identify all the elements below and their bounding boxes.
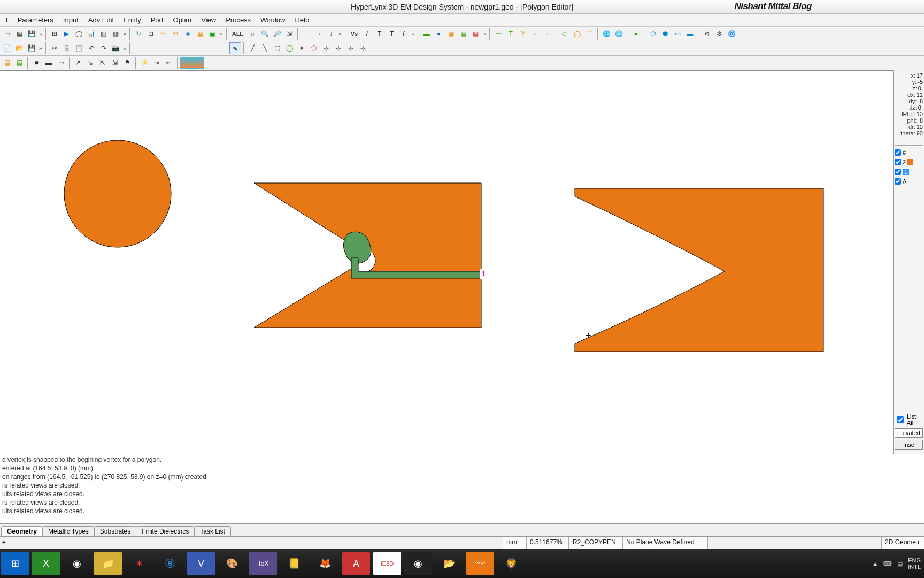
- tool-hex-icon[interactable]: ⬡: [647, 28, 659, 40]
- tool-pointer-icon[interactable]: ⬉: [229, 42, 241, 54]
- overflow-icon[interactable]: »: [38, 31, 43, 37]
- overflow-icon[interactable]: »: [410, 31, 415, 37]
- tool-arrow-down-icon[interactable]: ↓: [325, 28, 337, 40]
- list-all-checkbox[interactable]: List All: [895, 413, 923, 426]
- tool-sq2-icon[interactable]: ▬: [43, 57, 55, 69]
- layer-row-1[interactable]: 1: [895, 167, 923, 177]
- tab-substrates[interactable]: Substrates: [94, 526, 136, 536]
- tool-cut-icon[interactable]: ✂: [49, 42, 60, 54]
- tool-save-icon[interactable]: 💾: [26, 28, 37, 40]
- taskbar-notes-icon[interactable]: 📒: [280, 552, 308, 575]
- tool-plot-icon[interactable]: 📊: [86, 28, 97, 40]
- menu-input[interactable]: Input: [58, 16, 83, 24]
- taskbar-ie3d-icon[interactable]: IE3D: [373, 552, 401, 575]
- tool-gear-icon[interactable]: ⚙: [701, 28, 713, 40]
- taskbar-obs-icon[interactable]: ◉: [404, 552, 432, 575]
- tool-grid-icon[interactable]: ⊞: [49, 28, 60, 40]
- menu-port[interactable]: Port: [146, 16, 168, 24]
- tool-rect-icon[interactable]: ▭: [672, 28, 683, 40]
- menu-entity[interactable]: Entity: [119, 16, 146, 24]
- overflow-icon[interactable]: »: [482, 31, 488, 37]
- taskbar-acrobat-icon[interactable]: A: [342, 552, 370, 575]
- tool-snap1-icon[interactable]: ⊹: [320, 42, 332, 54]
- menu-parameters[interactable]: Parameters: [13, 16, 58, 24]
- tool-bolt-icon[interactable]: ⚡: [138, 57, 150, 69]
- taskbar-firefox-icon[interactable]: 🦊: [311, 552, 339, 575]
- tool-mesh-icon[interactable]: ▦: [194, 28, 206, 40]
- tool-all-button[interactable]: ALL: [229, 28, 246, 40]
- tool-edit4-icon[interactable]: ⇲: [109, 57, 121, 69]
- tool-oval-icon[interactable]: ⬭: [559, 28, 571, 40]
- tool-redo-icon[interactable]: ↷: [98, 42, 110, 54]
- taskbar-ie-icon[interactable]: ⓔ: [156, 552, 184, 575]
- tool-zoom-out-icon[interactable]: 🔎: [271, 28, 283, 40]
- tab-metallic-types[interactable]: Metallic Types: [42, 526, 95, 536]
- tool-layer4-icon[interactable]: ▦: [458, 28, 469, 40]
- tool-snap4-icon[interactable]: ⊹: [357, 42, 369, 54]
- tool-flag-icon[interactable]: ⚑: [121, 57, 133, 69]
- tool-layer1-icon[interactable]: ▬: [421, 28, 433, 40]
- tool-italic-icon[interactable]: I: [361, 28, 373, 40]
- tool-edit3-icon[interactable]: ⇱: [97, 57, 109, 69]
- tool-vs-button[interactable]: Vs: [348, 28, 360, 40]
- taskbar-hyperlynx-icon[interactable]: 〰: [466, 552, 494, 575]
- tool-stack1-icon[interactable]: .: [180, 57, 192, 69]
- menu-help[interactable]: Help: [290, 16, 314, 24]
- layer-row-2[interactable]: 2: [895, 157, 923, 167]
- tool-snap2-icon[interactable]: ⊹: [333, 42, 344, 54]
- tool-edit1-icon[interactable]: ↗: [72, 57, 84, 69]
- tool-field-icon[interactable]: ▣: [206, 28, 218, 40]
- tool-camera-icon[interactable]: 📷: [110, 42, 122, 54]
- menu-optim[interactable]: Optim: [168, 16, 197, 24]
- layer-a-check[interactable]: [895, 178, 901, 185]
- tool-hex2-icon[interactable]: ⬢: [659, 28, 671, 40]
- menu-window[interactable]: Window: [256, 16, 290, 24]
- tool-sq3-icon[interactable]: ▭: [55, 57, 67, 69]
- tool-window-icon[interactable]: ⊡: [145, 28, 157, 40]
- layer-2-check[interactable]: [895, 159, 901, 165]
- tool-layer3-icon[interactable]: ▦: [445, 28, 457, 40]
- tab-task-list[interactable]: Task List: [194, 526, 231, 536]
- tool-spiral-icon[interactable]: 🌀: [726, 28, 737, 40]
- tool-curve-icon[interactable]: 〰: [157, 28, 169, 40]
- tool-bars-icon[interactable]: ▥: [98, 28, 110, 40]
- overflow-icon[interactable]: »: [337, 31, 343, 37]
- tool-tee-icon[interactable]: T: [505, 28, 517, 40]
- overflow-icon[interactable]: »: [122, 31, 128, 37]
- taskbar-excel-icon[interactable]: X: [32, 552, 60, 575]
- tool-refresh-icon[interactable]: ↻: [133, 28, 144, 40]
- tool-arrow-right-icon[interactable]: →: [313, 28, 325, 40]
- insert-button[interactable]: Inse: [895, 440, 923, 450]
- tool-globe2-icon[interactable]: 🌐: [613, 28, 625, 40]
- geometry-antenna-right[interactable]: [575, 188, 826, 354]
- layer-row-a[interactable]: A: [895, 177, 923, 186]
- tool-layer5-icon[interactable]: ▦: [470, 28, 482, 40]
- port-marker-1[interactable]: 1: [480, 269, 487, 279]
- geometry-antenna-left[interactable]: [254, 183, 489, 338]
- tool-globe1-icon[interactable]: 🌐: [600, 28, 612, 40]
- tool-rect2-icon[interactable]: ▬: [684, 28, 696, 40]
- tool-line2-icon[interactable]: ╲: [259, 42, 271, 54]
- tool-undo-icon[interactable]: ↶: [86, 42, 97, 54]
- menu-process[interactable]: Process: [221, 16, 256, 24]
- taskbar-app1-icon[interactable]: ✶: [125, 552, 153, 575]
- menu-t[interactable]: t: [1, 16, 13, 24]
- taskbar-start-icon[interactable]: ⊞: [1, 552, 29, 575]
- taskbar-paint-icon[interactable]: 🎨: [218, 552, 246, 575]
- tab-geometry[interactable]: Geometry: [1, 526, 43, 536]
- tool-new-icon[interactable]: ▭: [1, 28, 13, 40]
- overflow-icon[interactable]: »: [219, 31, 224, 37]
- tray-keyboard-icon[interactable]: ⌨: [883, 560, 892, 567]
- tool-open2-icon[interactable]: 📂: [13, 42, 25, 54]
- tool-sphere-icon[interactable]: ●: [630, 28, 642, 40]
- tool-layer2-icon[interactable]: ●: [433, 28, 445, 40]
- tool-step2-icon[interactable]: ⇤: [163, 57, 175, 69]
- tool-script-icon[interactable]: ƒ: [398, 28, 410, 40]
- tool-corner-icon[interactable]: ⌐: [529, 28, 541, 40]
- tool-text-icon[interactable]: T: [373, 28, 385, 40]
- tray-action-icon[interactable]: ▤: [897, 560, 903, 567]
- tool-line-icon[interactable]: ╱: [247, 42, 258, 54]
- tool-columns-icon[interactable]: ▥: [110, 28, 122, 40]
- tool-open-icon[interactable]: ▦: [13, 28, 25, 40]
- tool-save2-icon[interactable]: 💾: [26, 42, 37, 54]
